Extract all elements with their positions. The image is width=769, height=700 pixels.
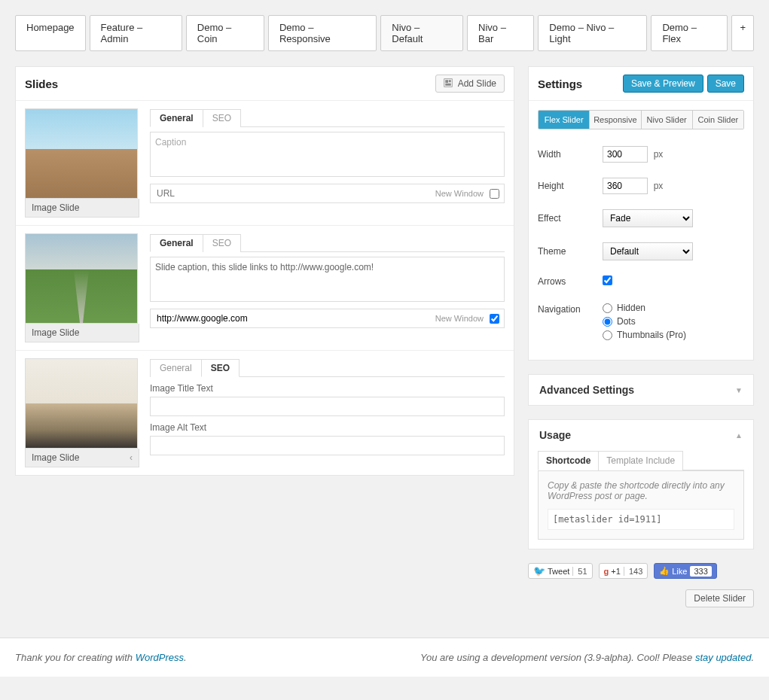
wordpress-link[interactable]: WordPress: [136, 652, 184, 663]
slide-tab-general[interactable]: General: [150, 109, 203, 127]
new-window-checkbox[interactable]: [490, 314, 499, 324]
usage-tab[interactable]: Shortcode: [538, 451, 599, 470]
settings-panel: Settings Save & Preview Save Flex Slider…: [528, 66, 754, 361]
slide-row: Image SlideGeneralSEONew Window: [16, 101, 514, 226]
slider-tab[interactable]: Homepage: [15, 15, 86, 51]
social-share-row: 🐦 Tweet 51 g +1 143 👍 Like 333: [528, 563, 754, 579]
usage-tabs: ShortcodeTemplate Include: [538, 450, 744, 470]
navigation-option-label: Hidden: [617, 303, 645, 313]
tweet-button[interactable]: 🐦 Tweet 51: [528, 563, 593, 579]
chevron-up-icon: ▲: [735, 431, 743, 440]
slide-thumbnail[interactable]: [25, 358, 138, 449]
settings-title: Settings: [538, 78, 582, 90]
height-label: Height: [538, 181, 603, 191]
slider-tab[interactable]: Feature – Admin: [90, 15, 182, 51]
slider-tab[interactable]: Nivo – Bar: [467, 15, 534, 51]
slides-panel: Slides Add Slide Image SlideGeneralSEONe…: [15, 66, 514, 476]
navigation-option-label: Thumbnails (Pro): [617, 330, 686, 340]
usage-tab[interactable]: Template Include: [598, 451, 683, 470]
svg-rect-2: [449, 80, 451, 82]
url-input[interactable]: [151, 309, 431, 327]
thumbs-up-icon: 👍: [659, 566, 670, 576]
usage-panel: Usage ▲ ShortcodeTemplate Include Copy &…: [528, 419, 754, 549]
footer: Thank you for creating with WordPress. Y…: [0, 638, 769, 677]
navigation-option-label: Dots: [617, 316, 636, 327]
url-input[interactable]: [151, 184, 431, 202]
navigation-label: Navigation: [538, 303, 603, 315]
slide-thumbnail[interactable]: [25, 233, 138, 324]
slide-tab-seo[interactable]: SEO: [203, 109, 241, 127]
slider-tab[interactable]: Demo – Nivo – Light: [538, 15, 647, 51]
slide-tab-seo[interactable]: SEO: [203, 234, 241, 252]
effect-label: Effect: [538, 213, 603, 224]
usage-shortcode[interactable]: [metaslider id=1911]: [548, 509, 734, 530]
arrows-label: Arrows: [538, 276, 603, 287]
slider-tab[interactable]: Demo – Responsive: [268, 15, 377, 51]
slide-row: Image Slide‹GeneralSEOImage Title TextIm…: [16, 351, 514, 475]
caption-input[interactable]: [150, 132, 505, 177]
new-window-label: New Window: [431, 189, 488, 198]
slider-tab[interactable]: Demo – Coin: [186, 15, 264, 51]
twitter-icon: 🐦: [533, 565, 545, 577]
chevron-down-icon: ▼: [735, 386, 743, 394]
settings-tabs: Flex SliderResponsiveNivo SliderCoin Sli…: [538, 110, 744, 129]
svg-rect-3: [445, 84, 451, 86]
settings-tab[interactable]: Coin Slider: [693, 111, 743, 129]
settings-tab[interactable]: Nivo Slider: [642, 111, 693, 129]
seo-title-input[interactable]: [150, 397, 505, 416]
width-label: Width: [538, 149, 603, 160]
slide-type-label: Image Slide: [32, 327, 79, 338]
slider-tab[interactable]: Demo – Flex: [651, 15, 728, 51]
slide-thumbnail[interactable]: [25, 108, 138, 199]
advanced-settings-panel: Advanced Settings ▼: [528, 374, 754, 406]
seo-title-label: Image Title Text: [150, 383, 505, 394]
slide-tab-general[interactable]: General: [150, 359, 202, 377]
add-tab-button[interactable]: +: [731, 15, 754, 51]
slider-tabs: HomepageFeature – AdminDemo – CoinDemo –…: [15, 8, 754, 59]
usage-hint: Copy & paste the shortcode directly into…: [548, 480, 734, 501]
navigation-radio[interactable]: [603, 317, 612, 327]
slide-tab-general[interactable]: General: [150, 234, 203, 252]
usage-toggle[interactable]: Usage ▲: [529, 420, 753, 450]
theme-label: Theme: [538, 246, 603, 257]
height-input[interactable]: [603, 178, 648, 194]
svg-rect-1: [445, 80, 448, 83]
navigation-radio[interactable]: [603, 330, 612, 340]
add-slide-button[interactable]: Add Slide: [435, 75, 505, 93]
effect-select[interactable]: Fade: [603, 209, 693, 227]
slider-tab[interactable]: Nivo – Default: [380, 15, 463, 51]
settings-tab[interactable]: Responsive: [590, 111, 641, 129]
caption-input[interactable]: [150, 257, 505, 302]
add-slide-icon: [444, 78, 453, 87]
googleplus-button[interactable]: g +1 143: [599, 563, 648, 579]
slide-type-label: Image Slide: [32, 202, 79, 213]
seo-alt-label: Image Alt Text: [150, 422, 505, 433]
settings-tab[interactable]: Flex Slider: [539, 111, 590, 129]
advanced-settings-toggle[interactable]: Advanced Settings ▼: [529, 375, 753, 405]
seo-alt-input[interactable]: [150, 436, 505, 455]
width-input[interactable]: [603, 146, 648, 163]
slide-tab-seo[interactable]: SEO: [201, 359, 240, 377]
save-button[interactable]: Save: [707, 75, 744, 93]
new-window-label: New Window: [431, 314, 488, 323]
stay-updated-link[interactable]: stay updated: [695, 652, 751, 663]
save-preview-button[interactable]: Save & Preview: [623, 75, 703, 93]
height-unit: px: [654, 181, 664, 191]
new-window-checkbox[interactable]: [490, 189, 499, 199]
delete-slider-button[interactable]: Delete Slider: [685, 589, 754, 607]
arrows-checkbox[interactable]: [603, 275, 612, 285]
slide-reorder-icon[interactable]: ‹: [130, 452, 133, 463]
slide-row: Image SlideGeneralSEONew Window: [16, 226, 514, 351]
slides-title: Slides: [25, 78, 58, 90]
slide-type-label: Image Slide: [32, 452, 79, 463]
theme-select[interactable]: Default: [603, 242, 693, 260]
googleplus-icon: g: [604, 567, 609, 576]
facebook-like-button[interactable]: 👍 Like 333: [654, 563, 717, 579]
width-unit: px: [654, 149, 664, 160]
navigation-radio[interactable]: [603, 303, 612, 313]
